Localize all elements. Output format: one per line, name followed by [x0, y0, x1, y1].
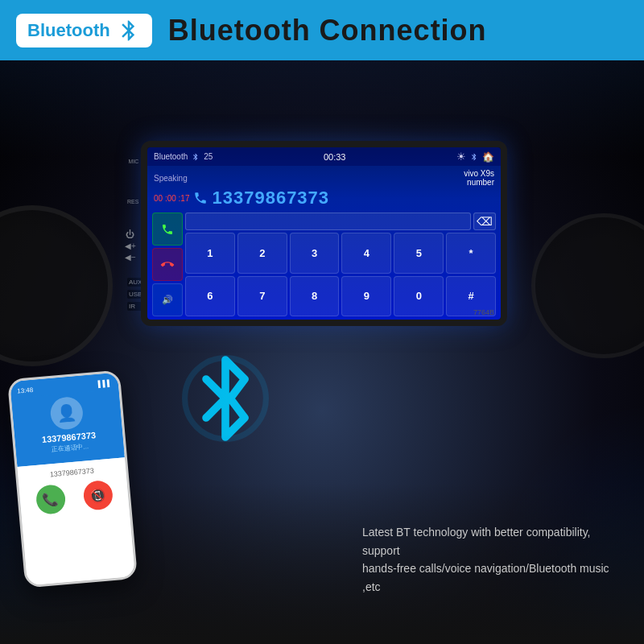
contact-sub: number — [464, 178, 494, 187]
key-9[interactable]: 9 — [341, 276, 391, 317]
phone-number-label: 13379867373 — [24, 464, 119, 481]
key-6[interactable]: 6 — [185, 276, 235, 317]
key-5[interactable]: 5 — [394, 233, 444, 274]
call-number: 13379867373 — [212, 188, 329, 208]
status-right: ☀ 🏠 — [456, 151, 494, 163]
phone-signal: ▌▌▌ — [97, 379, 112, 387]
description-area: Latest BT technology with better compati… — [362, 523, 620, 596]
key-8[interactable]: 8 — [290, 276, 340, 317]
power-button[interactable]: ⏻ — [126, 229, 134, 239]
status-time: 00:33 — [324, 152, 346, 162]
bluetooth-icon — [117, 19, 141, 43]
key-3[interactable]: 3 — [290, 233, 340, 274]
key-1[interactable]: 1 — [185, 233, 235, 274]
backspace-button[interactable]: ⌫ — [473, 213, 496, 230]
phone-end-btn[interactable]: 📵 — [82, 480, 114, 511]
bluetooth-badge: Bluetooth — [16, 14, 152, 47]
contact-name: vivo X9s — [464, 169, 494, 178]
hang-up-button[interactable] — [152, 248, 183, 281]
head-unit: Bluetooth 25 00:33 ☀ 🏠 — [141, 141, 507, 326]
phone-mockup: 13:48 ▌▌▌ 👤 13379867373 正在通话中... 1337986… — [7, 369, 138, 588]
phone-icon — [193, 191, 208, 205]
key-star[interactable]: * — [446, 233, 496, 274]
volume-button[interactable]: 🔊 — [152, 283, 183, 316]
right-column: ⌫ 1 2 3 4 5 * 6 7 8 9 0 # — [185, 213, 496, 316]
num-grid: 1 2 3 4 5 * 6 7 8 9 0 # — [185, 233, 496, 316]
badge-text: Bluetooth — [27, 20, 110, 41]
page-title: Bluetooth Connection — [168, 14, 487, 47]
phone-answer-btn[interactable]: 📞 — [35, 484, 66, 515]
phone-action-row: 📞 📵 — [26, 479, 123, 516]
model-number: 7764B — [473, 308, 494, 316]
volume-level: 25 — [204, 152, 213, 161]
speaking-label: Speaking — [154, 174, 188, 183]
status-bar: Bluetooth 25 00:33 ☀ 🏠 — [147, 147, 501, 166]
bt-status-icon — [192, 153, 200, 161]
description-line1: Latest BT technology with better compati… — [362, 523, 620, 559]
left-column: 🔊 — [152, 213, 183, 316]
number-display — [185, 213, 471, 230]
bt-icon-status — [470, 153, 478, 161]
res-label: RES — [127, 199, 138, 204]
call-area: Speaking vivo X9s number 00 :00 :17 1337… — [147, 166, 501, 210]
phone-call-area: 13379867373 📞 📵 — [17, 457, 134, 585]
brightness-icon: ☀ — [456, 151, 466, 163]
phone-time: 13:48 — [17, 386, 34, 395]
key-0[interactable]: 0 — [394, 276, 444, 317]
screen: Bluetooth 25 00:33 ☀ 🏠 — [147, 147, 501, 320]
dialpad: 🔊 ⌫ 1 2 3 4 5 * 6 — [147, 210, 501, 320]
mic-label: MIC — [129, 159, 139, 164]
bt-status-label: Bluetooth — [154, 152, 188, 161]
home-icon[interactable]: 🏠 — [482, 151, 494, 163]
phone-contact-area: 👤 13379867373 正在通话中... — [11, 390, 125, 467]
description-line2: hands-free calls/voice navigation/Blueto… — [362, 559, 620, 596]
volume-down-button[interactable]: ◀− — [125, 253, 136, 262]
header: Bluetooth Bluetooth Connection — [0, 0, 644, 60]
key-7[interactable]: 7 — [237, 276, 287, 317]
volume-up-button[interactable]: ◀+ — [125, 242, 136, 250]
call-timer: 00 :00 :17 — [154, 194, 189, 203]
bt-overlay-icon — [177, 350, 274, 447]
phone-screen: 13:48 ▌▌▌ 👤 13379867373 正在通话中... 1337986… — [10, 373, 135, 586]
phone-avatar: 👤 — [49, 396, 84, 431]
status-left: Bluetooth 25 — [154, 152, 213, 161]
key-4[interactable]: 4 — [341, 233, 391, 274]
main-content: MIC RES ⏻ ◀+ ◀− AUX USB IR Bluetooth 25 … — [0, 60, 644, 644]
answer-button[interactable] — [152, 213, 183, 246]
key-2[interactable]: 2 — [237, 233, 287, 274]
